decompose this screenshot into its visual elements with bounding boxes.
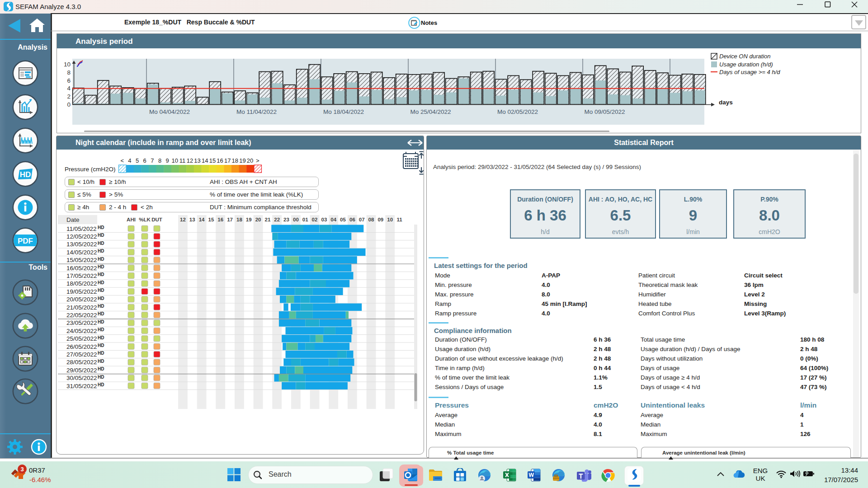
svg-text:22/05/2022: 22/05/2022 <box>66 312 97 319</box>
svg-text:HD: HD <box>20 170 31 179</box>
svg-text:19: 19 <box>239 158 245 164</box>
svg-text:16: 16 <box>217 217 223 222</box>
svg-text:Usage duration (h/d): Usage duration (h/d) <box>719 61 773 68</box>
svg-text:21: 21 <box>265 217 271 222</box>
svg-text:00: 00 <box>293 217 299 222</box>
svg-text:HD: HD <box>98 335 104 340</box>
svg-text:11: 11 <box>179 158 186 164</box>
svg-text:HD: HD <box>98 351 104 356</box>
svg-text:10: 10 <box>171 158 178 164</box>
svg-text:10: 10 <box>387 217 393 222</box>
svg-text:15: 15 <box>209 158 216 164</box>
svg-text:31/05/2022: 31/05/2022 <box>66 383 97 389</box>
svg-text:16/05/2022: 16/05/2022 <box>66 265 97 272</box>
svg-text:26/05/2022: 26/05/2022 <box>66 343 97 350</box>
svg-text:Mo 11/04/2022: Mo 11/04/2022 <box>236 108 277 115</box>
svg-text:14: 14 <box>199 217 205 222</box>
svg-text:<: < <box>121 158 124 164</box>
svg-text:18/05/2022: 18/05/2022 <box>66 280 97 287</box>
svg-text:HD: HD <box>98 249 104 253</box>
svg-text:HD: HD <box>98 241 104 246</box>
svg-text:HD: HD <box>98 359 104 364</box>
svg-text:days: days <box>719 99 733 106</box>
svg-text:24/05/2022: 24/05/2022 <box>66 328 97 334</box>
svg-text:HD: HD <box>98 296 104 301</box>
svg-text:10: 10 <box>64 61 71 68</box>
svg-text:9: 9 <box>165 158 169 164</box>
svg-text:14: 14 <box>202 158 208 164</box>
svg-text:Device ON duration: Device ON duration <box>719 53 770 60</box>
svg-text:07: 07 <box>359 217 365 222</box>
svg-text:03: 03 <box>321 217 327 222</box>
svg-text:DUT: DUT <box>151 217 162 222</box>
svg-text:17: 17 <box>224 158 231 164</box>
svg-text:13: 13 <box>189 217 195 222</box>
svg-text:29/05/2022: 29/05/2022 <box>66 367 97 374</box>
svg-text:HD: HD <box>98 327 104 332</box>
svg-text:HD: HD <box>98 288 104 293</box>
svg-text:09: 09 <box>377 217 383 222</box>
svg-text:19: 19 <box>246 217 252 222</box>
svg-text:17: 17 <box>227 217 233 222</box>
svg-text:13/05/2022: 13/05/2022 <box>66 241 97 248</box>
svg-text:HD: HD <box>98 280 104 285</box>
svg-text:3: 3 <box>20 466 24 473</box>
svg-text:06: 06 <box>349 217 355 222</box>
svg-text:18: 18 <box>232 158 238 164</box>
svg-text:Mo 09/05/2022: Mo 09/05/2022 <box>584 108 625 115</box>
svg-text:15/05/2022: 15/05/2022 <box>66 257 97 263</box>
svg-text:12: 12 <box>180 217 186 222</box>
svg-text:Mo 04/04/2022: Mo 04/04/2022 <box>149 108 190 115</box>
svg-text:25/05/2022: 25/05/2022 <box>66 335 97 342</box>
svg-text:PDF: PDF <box>18 237 33 245</box>
svg-text:6: 6 <box>67 77 71 84</box>
svg-text:20: 20 <box>255 217 261 222</box>
svg-text:Days of usage >= 4 h/d: Days of usage >= 4 h/d <box>719 69 780 75</box>
svg-text:23/05/2022: 23/05/2022 <box>66 319 97 326</box>
svg-text:HD: HD <box>98 366 104 371</box>
svg-text:15: 15 <box>208 217 214 222</box>
svg-text:12: 12 <box>187 158 193 164</box>
svg-text:20/05/2022: 20/05/2022 <box>66 296 97 303</box>
svg-text:>: > <box>256 158 259 164</box>
svg-text:4: 4 <box>67 85 71 92</box>
svg-text:HD: HD <box>98 304 104 309</box>
svg-text:19/05/2022: 19/05/2022 <box>66 288 97 295</box>
svg-text:5: 5 <box>136 158 139 164</box>
svg-text:AHI: AHI <box>127 217 136 222</box>
svg-text:17/05/2022: 17/05/2022 <box>66 272 97 279</box>
svg-text:23: 23 <box>283 217 289 222</box>
svg-text:21/05/2022: 21/05/2022 <box>66 304 97 311</box>
svg-text:11/05/2022: 11/05/2022 <box>66 225 97 232</box>
svg-text:6: 6 <box>143 158 146 164</box>
svg-text:Mo 25/04/2022: Mo 25/04/2022 <box>410 108 451 115</box>
svg-text:4: 4 <box>128 158 131 164</box>
svg-text:7: 7 <box>151 158 154 164</box>
svg-text:12/05/2022: 12/05/2022 <box>66 233 97 240</box>
svg-text:%LK: %LK <box>139 217 151 222</box>
svg-text:18: 18 <box>236 217 242 222</box>
svg-text:HD: HD <box>98 272 104 277</box>
svg-text:HD: HD <box>98 225 104 230</box>
svg-text:Date: Date <box>66 216 80 223</box>
svg-text:04: 04 <box>330 217 336 222</box>
svg-text:HD: HD <box>98 233 104 238</box>
svg-text:11: 11 <box>396 217 402 222</box>
svg-text:HD: HD <box>98 375 104 380</box>
svg-text:05: 05 <box>340 217 346 222</box>
svg-text:HD: HD <box>98 264 104 269</box>
svg-text:02: 02 <box>312 217 318 222</box>
svg-text:Mo 02/05/2022: Mo 02/05/2022 <box>497 108 538 115</box>
svg-text:HD: HD <box>98 343 104 348</box>
svg-text:14/05/2022: 14/05/2022 <box>66 249 97 256</box>
svg-text:2: 2 <box>67 93 71 100</box>
svg-text:HD: HD <box>98 257 104 262</box>
svg-text:16: 16 <box>217 158 223 164</box>
svg-text:13: 13 <box>194 158 200 164</box>
svg-text:22: 22 <box>274 217 280 222</box>
svg-text:20: 20 <box>247 158 253 164</box>
svg-text:30/05/2022: 30/05/2022 <box>66 375 97 381</box>
svg-text:8: 8 <box>158 158 161 164</box>
svg-text:0: 0 <box>67 101 71 108</box>
svg-text:Mo 18/04/2022: Mo 18/04/2022 <box>323 108 364 115</box>
